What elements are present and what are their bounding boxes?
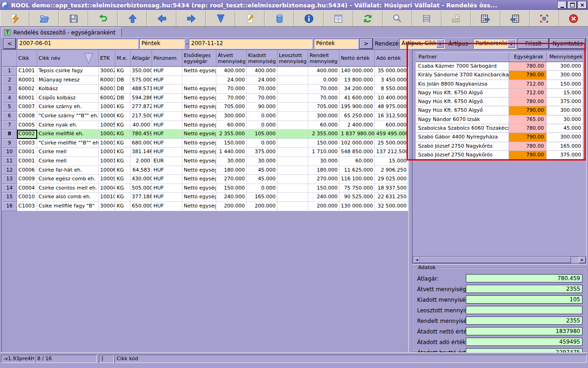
table-row[interactable]: 5C0007Csirke szárny eh.10007KG277.872HUF… [2,103,408,112]
row-number[interactable]: 5 [2,103,17,112]
table-button[interactable] [412,11,441,26]
column-header-elsodleges[interactable]: Elsődleges egységár [182,50,216,66]
row-number[interactable]: 2 [2,76,17,85]
column-header-etk[interactable]: ETK [99,50,115,66]
table-row[interactable]: 14C0004Csirke csontos mell eh.10004KG505… [2,184,408,193]
next-date-button[interactable]: > [360,39,373,49]
search-field[interactable]: Cikk kód [114,355,587,363]
row-number[interactable]: 16 [2,202,17,211]
row-number[interactable]: 12 [2,166,17,175]
row-number[interactable]: 7 [2,121,17,130]
search-mode-radio-icon[interactable] [102,355,103,362]
column-header-penznem[interactable]: Pénznem [152,50,182,66]
info-button[interactable] [294,11,323,26]
partner-row[interactable]: Kis Jolán 8800 Nagykanizsa712.00150.000 [416,80,584,89]
column-header-leosztott[interactable]: Leosztott mennyiség [277,50,308,66]
row-number[interactable]: 3 [2,85,17,94]
partner-row[interactable]: Csaba Kázmér 7000 Sárbogárd780.00300.000 [416,62,584,71]
rendezes-dropdown[interactable]: Ártípus, Cikk ▼ [399,39,445,49]
partner-row[interactable]: Nagy Hús Kft. 6750 Algyő712.0015.000 [416,89,584,98]
row-number[interactable]: 10 [2,148,17,157]
scroll-left-button[interactable]: ◄ [413,257,420,263]
edit-button[interactable] [235,11,265,26]
partner-row[interactable]: Nagy Nándor 6070 Izsák765.0030.000 [416,115,584,124]
input-device-button[interactable] [441,11,471,26]
partner-column-header-egysegar[interactable]: Egységárak [509,52,547,62]
column-header-cikk[interactable]: Cikk [17,50,37,66]
fullscreen-button[interactable] [530,11,559,26]
column-header-kiadott[interactable]: Kiadott mennyiség [247,50,277,66]
restore-button[interactable] [568,1,577,9]
column-header-nev[interactable]: Cikk név [37,50,99,66]
export-grid-button[interactable] [471,11,500,26]
undo-button[interactable] [88,11,118,26]
refresh-button[interactable]: Frissít [518,39,548,49]
table-row[interactable]: 10C0001Csirke mell10001KG381.146HUFNettó… [2,148,408,157]
partner-row[interactable]: Szabolcska Szabolcs 6060 Tiszakécske780.… [416,124,584,133]
close-button[interactable]: × [578,1,587,9]
partner-column-header-partner[interactable]: Partner [416,52,509,62]
scroll-thumb[interactable] [420,257,571,263]
columns-button[interactable] [324,11,353,26]
date-from-input[interactable]: 2007-06-01 [17,39,138,49]
search-button[interactable] [383,11,412,26]
table-row[interactable]: 360002Kolbász60003DB488.571HUFNettó egys… [2,85,408,94]
partner-vertical-scrollbar[interactable] [583,52,586,160]
column-header-rendelt[interactable]: Rendelt mennyiség [308,50,339,66]
partner-row[interactable]: Szabó József 2750 Nagykőrös790.00375.000 [416,151,584,160]
column-header-atlagar[interactable]: Átlagár [130,50,152,66]
table-row[interactable]: 8C0002Csirke mellfilé eh.10002KG780.459H… [2,130,408,139]
date-to-input[interactable]: 2007-11-12 [189,39,312,49]
partner-row[interactable]: Szabó József 2750 Nagykőrös780.00165.000 [416,142,584,151]
partner-horizontal-scrollbar[interactable]: ◄ ► [413,256,586,264]
run-button[interactable] [0,11,29,26]
table-row[interactable]: 2R0001Műanyag rekeszR0001DB575.000HUF24.… [2,76,408,85]
table-row[interactable]: 15C0010Csirke alsó comb eh.10010KG377.18… [2,193,408,202]
row-number[interactable]: 4 [2,94,17,103]
prev-date-button[interactable]: < [4,39,16,49]
minimize-button[interactable] [558,1,566,9]
partner-row[interactable]: Király Sándorné 3700 Kazincbarcika790.00… [416,71,584,80]
table-row[interactable]: 460001Csípős kolbász60002DB594.286HUFNet… [2,94,408,103]
row-number[interactable]: 11 [2,157,17,166]
table-row[interactable]: 16C1003Csike mellfilé fagy "B"30004KG650… [2,202,408,211]
database-button[interactable] [265,11,294,26]
column-header-netto[interactable]: Nettó érték [339,50,375,66]
table-row[interactable]: 6C0008"Csirke szárny ""B"" eh."10008KG21… [2,112,408,121]
rendezes-dropdown-arrow-icon[interactable]: ▼ [436,40,444,48]
move-down-button[interactable] [206,11,235,26]
column-header-atvett[interactable]: Átvett mennyiség [216,50,247,66]
partner-column-header-mennyiseg[interactable]: Mennyiségek [547,52,584,62]
move-up-button[interactable] [118,11,147,26]
partner-row[interactable]: Szabó Gábor 4400 Nyíregyháza790.00300.00… [416,133,584,142]
row-number[interactable]: 13 [2,175,17,184]
move-right-button[interactable] [176,11,206,26]
table-row[interactable]: 11C0001Csirke mell10001KG2.000EURNettó e… [2,157,408,166]
row-number[interactable]: 15 [2,193,17,202]
open-button[interactable] [29,11,59,26]
row-number[interactable]: 6 [2,112,17,121]
scroll-right-button[interactable]: ► [579,257,586,263]
row-number[interactable]: 1 [2,67,17,76]
print-button[interactable]: Nyomtatás [550,39,585,49]
column-header-ado[interactable]: Adó érték [375,50,408,66]
artipus-dropdown[interactable]: Partnerenként ▼ [473,39,516,49]
refresh-button[interactable] [353,11,383,26]
exit-button[interactable] [559,11,588,26]
move-left-button[interactable] [147,11,176,26]
save-button[interactable] [59,11,88,26]
column-header-me[interactable]: M.e. [115,50,130,66]
filter-funnel-icon[interactable] [84,52,94,64]
search-mode-box[interactable] [99,355,114,363]
scroll-track[interactable] [571,257,579,263]
table-row[interactable]: 12C0006Csirke far-hát eh.10006KG64.583HU… [2,166,408,175]
import-grid-button[interactable] [500,11,530,26]
partner-row[interactable]: Nagy Hús Kft. 6750 Algyő790.00300.000 [416,106,584,115]
row-number[interactable]: 8 [2,130,17,139]
table-row[interactable]: 1C1001Tepsis csirke fagy30002KG350.000HU… [2,67,408,76]
artipus-dropdown-arrow-icon[interactable]: ▼ [508,40,515,48]
table-row[interactable]: 9C0003"Csirke mellfilé ""B"" eh."10003KG… [2,139,408,148]
partner-row[interactable]: Nagy Hús Kft. 6750 Algyő780.00375.000 [416,98,584,106]
row-number[interactable]: 14 [2,184,17,193]
table-row[interactable]: 13C0009Csirke egész comb eh.10009KG430.0… [2,175,408,184]
